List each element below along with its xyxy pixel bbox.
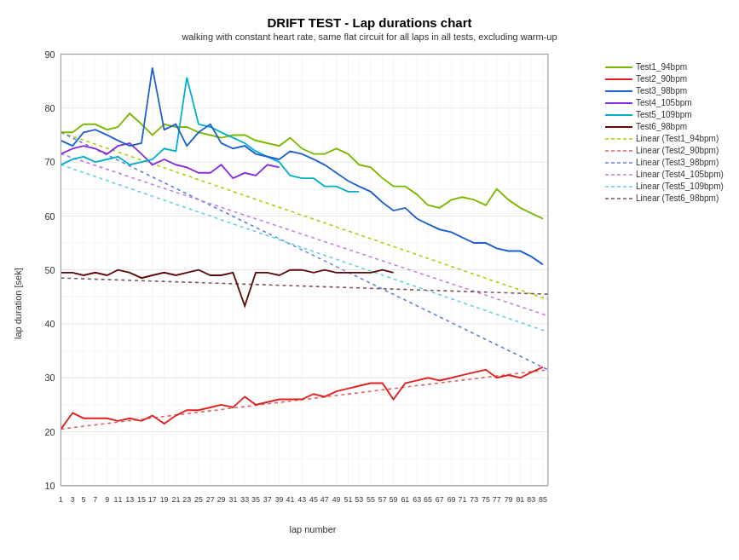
legend-label: Linear (Test4_105bpm) — [636, 170, 724, 179]
legend-item: Test3_98bpm — [605, 86, 730, 95]
legend-label: Test4_105bpm — [636, 98, 692, 107]
svg-text:35: 35 — [251, 495, 260, 504]
legend-item: Test4_105bpm — [605, 98, 730, 107]
svg-text:15: 15 — [137, 495, 146, 504]
legend-item: Test2_90bpm — [605, 74, 730, 84]
legend-label: Test5_109bpm — [636, 110, 692, 119]
legend-item: Linear (Test2_90bpm) — [605, 146, 730, 155]
svg-text:20: 20 — [44, 426, 55, 436]
legend-area: Test1_94bpmTest2_90bpmTest3_98bpmTest4_1… — [598, 45, 730, 537]
legend-item: Test5_109bpm — [605, 110, 730, 119]
svg-text:11: 11 — [113, 495, 122, 504]
svg-text:77: 77 — [493, 495, 501, 504]
legend-item: Linear (Test4_105bpm) — [605, 170, 730, 179]
svg-text:69: 69 — [447, 495, 456, 504]
svg-text:27: 27 — [206, 495, 215, 504]
legend-label: Test1_94bpm — [636, 62, 687, 72]
chart-svg: 90 80 70 60 50 40 30 20 10 1 3 5 — [27, 45, 598, 522]
legend-label: Linear (Test5_109bpm) — [636, 182, 724, 191]
svg-text:63: 63 — [413, 495, 421, 504]
legend-item: Linear (Test6_98bpm) — [605, 193, 730, 203]
chart-main: lap duration [sek] — [9, 45, 730, 537]
svg-text:67: 67 — [436, 495, 444, 504]
chart-area-wrapper: 90 80 70 60 50 40 30 20 10 1 3 5 — [27, 45, 598, 537]
legend-label: Linear (Test3_98bpm) — [636, 158, 719, 167]
legend-label: Test3_98bpm — [636, 86, 687, 95]
chart-title: DRIFT TEST - Lap durations chart — [9, 15, 730, 30]
chart-svg-area: 90 80 70 60 50 40 30 20 10 1 3 5 — [27, 45, 598, 522]
svg-text:65: 65 — [424, 495, 432, 504]
x-axis-label: lap number — [27, 522, 598, 537]
legend-label: Test2_90bpm — [636, 74, 687, 84]
svg-text:59: 59 — [390, 495, 398, 504]
svg-text:51: 51 — [344, 495, 352, 504]
svg-text:41: 41 — [286, 495, 294, 504]
svg-text:71: 71 — [458, 495, 466, 504]
svg-text:7: 7 — [93, 495, 97, 504]
svg-text:49: 49 — [332, 495, 341, 504]
svg-text:60: 60 — [44, 211, 55, 221]
svg-text:53: 53 — [355, 495, 363, 504]
svg-text:30: 30 — [44, 372, 55, 383]
chart-container: DRIFT TEST - Lap durations chart walking… — [0, 0, 739, 560]
svg-text:13: 13 — [125, 495, 134, 504]
legend-label: Linear (Test2_90bpm) — [636, 146, 719, 155]
svg-text:85: 85 — [539, 495, 547, 504]
svg-text:45: 45 — [309, 495, 318, 504]
svg-text:37: 37 — [263, 495, 272, 504]
svg-text:75: 75 — [482, 495, 490, 504]
svg-text:23: 23 — [182, 495, 191, 504]
svg-text:29: 29 — [217, 495, 226, 504]
legend-item: Test6_98bpm — [605, 122, 730, 131]
y-axis-label: lap duration [sek] — [9, 45, 27, 537]
svg-text:90: 90 — [44, 49, 55, 59]
legend-item: Linear (Test3_98bpm) — [605, 158, 730, 167]
svg-text:21: 21 — [171, 495, 180, 504]
chart-subtitle: walking with constant heart rate, same f… — [9, 32, 730, 42]
svg-text:31: 31 — [228, 495, 237, 504]
legend-label: Linear (Test6_98bpm) — [636, 193, 719, 203]
legend-label: Linear (Test1_94bpm) — [636, 134, 719, 143]
svg-text:61: 61 — [401, 495, 409, 504]
svg-text:9: 9 — [105, 495, 109, 504]
svg-text:70: 70 — [44, 157, 55, 167]
svg-text:47: 47 — [320, 495, 329, 504]
svg-text:50: 50 — [44, 265, 55, 275]
svg-text:5: 5 — [82, 495, 86, 504]
legend-item: Linear (Test5_109bpm) — [605, 182, 730, 191]
svg-text:3: 3 — [71, 495, 75, 504]
svg-text:55: 55 — [367, 495, 375, 504]
svg-text:39: 39 — [275, 495, 284, 504]
legend-item: Linear (Test1_94bpm) — [605, 134, 730, 143]
svg-text:10: 10 — [44, 481, 55, 491]
legend-label: Test6_98bpm — [636, 122, 687, 131]
svg-text:81: 81 — [516, 495, 524, 504]
svg-text:57: 57 — [378, 495, 387, 504]
svg-text:79: 79 — [505, 495, 513, 504]
svg-text:19: 19 — [160, 495, 169, 504]
svg-text:73: 73 — [470, 495, 478, 504]
svg-text:1: 1 — [59, 495, 63, 504]
svg-text:40: 40 — [44, 319, 55, 329]
legend-item: Test1_94bpm — [605, 62, 730, 72]
svg-text:80: 80 — [44, 103, 55, 113]
svg-text:25: 25 — [194, 495, 203, 504]
svg-text:43: 43 — [297, 495, 306, 504]
svg-text:17: 17 — [148, 495, 157, 504]
svg-text:33: 33 — [240, 495, 249, 504]
svg-text:83: 83 — [527, 495, 535, 504]
